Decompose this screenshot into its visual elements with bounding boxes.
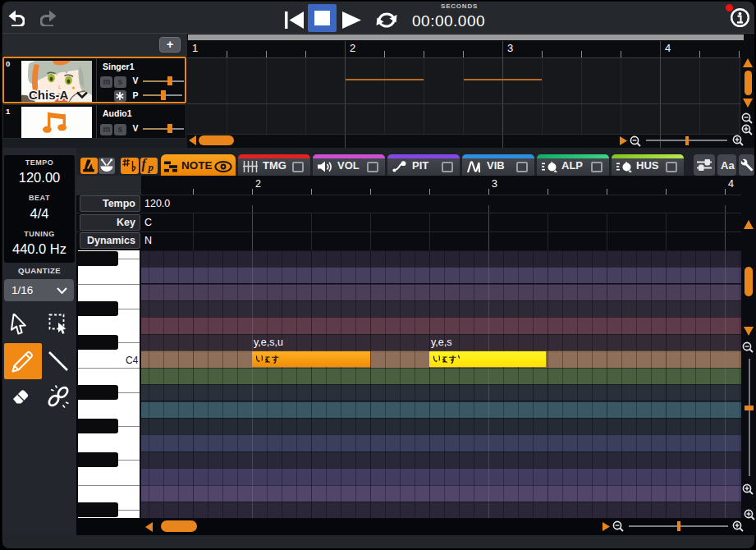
svg-text:Chis-A: Chis-A xyxy=(29,88,69,102)
